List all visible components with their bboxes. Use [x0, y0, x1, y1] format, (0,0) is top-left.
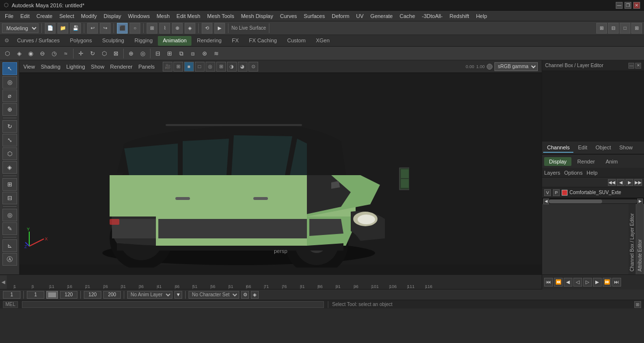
minimize-button[interactable]: —: [616, 2, 623, 9]
soft-modification-btn[interactable]: ◎: [2, 209, 17, 221]
layer-first-btn[interactable]: ◀◀: [608, 179, 616, 186]
lasso-icon[interactable]: ○: [130, 23, 140, 34]
snap-center-btn[interactable]: ⊟: [2, 192, 17, 204]
grid-icon[interactable]: ⊞: [631, 23, 642, 34]
right-panel-close-btn[interactable]: ✕: [635, 63, 641, 69]
universal-tool-btn[interactable]: ⬡: [2, 147, 17, 160]
menu-mesh-tools[interactable]: Mesh Tools: [204, 12, 237, 20]
tab-polygons[interactable]: Polygons: [65, 36, 96, 46]
vp-cam-icon[interactable]: 🎥: [163, 62, 172, 72]
vp-menu-renderer[interactable]: Renderer: [110, 64, 133, 70]
range-end-input[interactable]: [103, 291, 121, 299]
snap-point-icon[interactable]: ⊕: [172, 23, 183, 34]
graph-editor-icon[interactable]: ≈: [60, 48, 71, 59]
play-forward-btn[interactable]: ▷: [583, 278, 592, 287]
play-last-frame-btn[interactable]: ⏭: [612, 278, 621, 287]
disp-tab-display[interactable]: Display: [544, 157, 571, 166]
play-reverse-btn[interactable]: ◁: [573, 278, 582, 287]
viewport-single-icon[interactable]: □: [620, 23, 630, 34]
key-icon[interactable]: ⬡: [2, 48, 13, 59]
anim-layer-dropdown[interactable]: No Anim Layer: [127, 291, 172, 299]
anim-end-input[interactable]: [60, 291, 77, 299]
close-button[interactable]: ✕: [633, 2, 640, 9]
snap-view-icon[interactable]: ◈: [185, 23, 195, 34]
right-panel-minimize-btn[interactable]: —: [628, 63, 634, 69]
select-icon[interactable]: ⬛: [117, 23, 128, 34]
scale-tool-btn[interactable]: ⤡: [2, 134, 17, 146]
menu-deform[interactable]: Deform: [329, 12, 352, 20]
layer-scrollbar[interactable]: ◀ ▶: [542, 198, 644, 204]
select-tool-btn[interactable]: ↖: [2, 62, 17, 75]
menu-select[interactable]: Select: [57, 12, 77, 20]
snap-curve-icon[interactable]: ⌇: [159, 23, 170, 34]
mirror-icon[interactable]: ⊞: [164, 48, 175, 59]
maximize-button[interactable]: ❐: [625, 2, 631, 9]
vp-wire-icon[interactable]: □: [195, 62, 205, 72]
vp-grid-icon[interactable]: ⊞: [173, 62, 183, 72]
current-frame-input[interactable]: [3, 291, 20, 299]
range-start-input[interactable]: [84, 291, 101, 299]
menu-edit[interactable]: Edit: [18, 12, 33, 20]
timeline-ruler[interactable]: 1611162126313641465156616671768186919610…: [14, 275, 439, 289]
tab-fx[interactable]: FX: [227, 36, 244, 46]
layer-v-btn[interactable]: V: [544, 189, 551, 196]
layers-menu[interactable]: Layers: [544, 170, 560, 176]
workspace-dropdown[interactable]: Modeling: [2, 23, 38, 33]
vp-gamma-select[interactable]: sRGB gamma: [494, 62, 538, 71]
vp-menu-show[interactable]: Show: [91, 64, 105, 70]
attach-icon[interactable]: ≋: [211, 48, 222, 59]
attr-editor-vtab[interactable]: Attribute Editor: [636, 204, 644, 274]
vp-menu-view[interactable]: View: [23, 64, 35, 70]
vp-color-mgmt-btn[interactable]: [487, 64, 492, 70]
soft-select-icon[interactable]: ◎: [137, 48, 148, 59]
vp-solid-icon[interactable]: ■: [184, 62, 194, 72]
tab-rendering[interactable]: Rendering: [192, 36, 227, 46]
play-prev-frame-btn[interactable]: ◀: [564, 278, 572, 287]
menu-uv[interactable]: UV: [353, 12, 366, 20]
menu-modify[interactable]: Modify: [78, 12, 99, 20]
h-scrollbar-thumb[interactable]: [549, 199, 602, 203]
menu-mesh-display[interactable]: Mesh Display: [238, 12, 276, 20]
vp-shad-icon[interactable]: ◕: [238, 62, 247, 72]
symmetry-icon[interactable]: ⊟: [152, 48, 163, 59]
timeline-left-btn[interactable]: ◀: [0, 275, 7, 289]
help-menu[interactable]: Help: [587, 170, 598, 176]
menu-edit-mesh[interactable]: Edit Mesh: [173, 12, 203, 20]
rotate-icon[interactable]: ↻: [87, 48, 98, 59]
menu-windows[interactable]: Windows: [125, 12, 153, 20]
char-set-key-btn[interactable]: ◈: [251, 291, 259, 299]
vp-light-icon[interactable]: ◑: [227, 62, 237, 72]
tab-custom[interactable]: Custom: [283, 36, 311, 46]
tab-fx-caching[interactable]: FX Caching: [244, 36, 282, 46]
disp-tab-render[interactable]: Render: [572, 157, 600, 166]
pivot-icon[interactable]: ⊕: [126, 48, 136, 59]
menu-surfaces[interactable]: Surfaces: [301, 12, 328, 20]
scrollbar-left-btn[interactable]: ◀: [543, 199, 549, 204]
viewport-layout-icon[interactable]: ⊟: [608, 23, 619, 34]
cb-tab-show[interactable]: Show: [615, 143, 637, 153]
display-options-icon[interactable]: ⊞: [596, 23, 607, 34]
history-icon[interactable]: ⟲: [202, 23, 212, 34]
vp-menu-lighting[interactable]: Lighting: [66, 64, 85, 70]
layer-color-swatch[interactable]: [562, 190, 568, 196]
vp-xray-icon[interactable]: ⊙: [248, 62, 258, 72]
menu-help[interactable]: Help: [473, 12, 490, 20]
module-tab-gear[interactable]: ⚙: [2, 36, 12, 46]
anim-start-input[interactable]: [27, 291, 44, 299]
title-bar-controls[interactable]: — ❐ ✕: [616, 2, 640, 9]
sculpt-btn[interactable]: ✎: [2, 222, 17, 235]
menu-mesh[interactable]: Mesh: [153, 12, 172, 20]
layer-prev-btn[interactable]: ◀: [617, 179, 625, 186]
tab-curves-surfaces[interactable]: Curves / Surfaces: [12, 36, 64, 46]
disp-tab-anim[interactable]: Anim: [601, 157, 623, 166]
cb-tab-channels[interactable]: Channels: [543, 143, 573, 153]
menu-file[interactable]: File: [2, 12, 17, 20]
play-next-frame-btn[interactable]: ▶: [593, 278, 602, 287]
remove-key-icon[interactable]: ⊖: [37, 48, 48, 59]
save-file-icon[interactable]: 💾: [70, 23, 81, 34]
channel-box-vtab[interactable]: Channel Box / Layer Editor: [628, 204, 636, 274]
translate-icon[interactable]: ✛: [76, 48, 86, 59]
scrollbar-right-btn[interactable]: ▶: [637, 199, 643, 204]
char-set-dropdown[interactable]: No Character Set: [189, 291, 239, 299]
options-menu[interactable]: Options: [564, 170, 583, 176]
